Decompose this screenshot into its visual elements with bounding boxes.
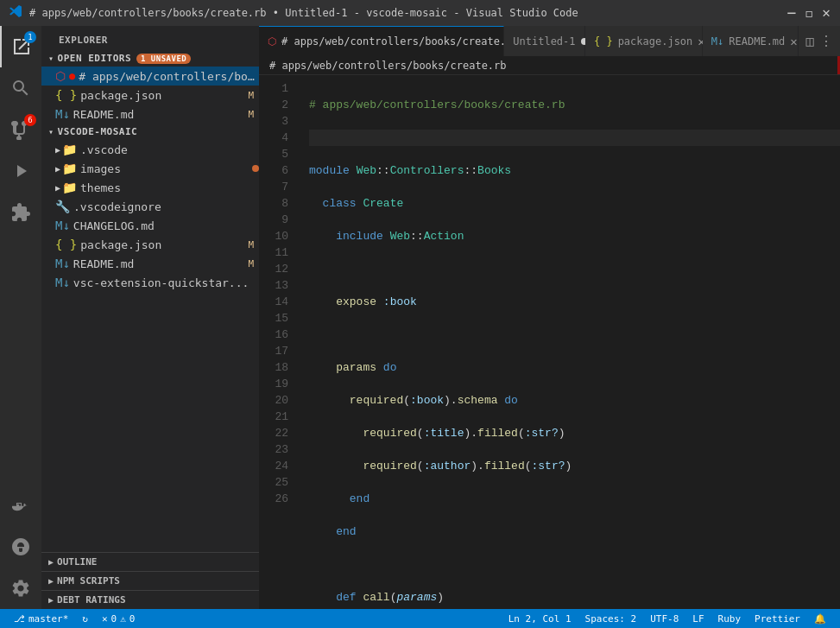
file-json-icon-2: { } [55,238,77,251]
main-container: 1 6 [0,26,840,609]
bell-status[interactable]: 🔔 [807,609,833,628]
tree-vsc-label: vsc-extension-quickstar... [73,276,259,289]
tree-item-vscodeignore[interactable]: 🔧 .vscodeignore [41,197,259,216]
debt-chevron: ▶ [48,595,54,605]
position-label: Ln 2, Col 1 [508,613,572,625]
maximize-button[interactable]: ◻ [804,8,814,18]
sidebar: Explorer ▾ Open Editors 1 UNSAVED ⬡ ● # … [41,26,259,609]
errors-count: 0 [111,613,117,625]
vscode-logo [9,4,22,22]
vscode-mosaic-section[interactable]: ▾ VSCODE-MOSAIC [41,124,259,140]
tree-item-images[interactable]: ▶ 📁 images [41,159,259,178]
debt-ratings-section: ▶ Debt Ratings [41,590,259,609]
tab-create-rb-label: # apps/web/controllers/books/create.rb [281,35,519,48]
tree-item-readme-md[interactable]: M↓ README.md M [41,254,259,273]
settings-activity-icon[interactable] [0,568,41,609]
title-bar: # apps/web/controllers/books/create.rb •… [0,0,840,26]
tab-readme-label: README.md [729,35,785,48]
open-editor-create-label: # apps/web/controllers/books/... [79,70,259,83]
tree-readme-label: README.md [73,257,249,270]
warning-icon: ⚠ [120,613,126,625]
tree-package-label: package.json [80,238,248,251]
file-md-icon-1: M↓ [55,107,70,121]
npm-scripts-label: NPM Scripts [57,575,120,587]
open-editor-item-readme[interactable]: M↓ README.md M [41,105,259,124]
tab-package-json[interactable]: { } package.json ✕ [585,26,703,56]
more-actions-icon[interactable]: ⋮ [819,33,833,49]
tree-item-package-json[interactable]: { } package.json M [41,235,259,254]
open-editors-section[interactable]: ▾ Open Editors 1 UNSAVED [41,50,259,67]
title-left: # apps/web/controllers/books/create.rb •… [9,4,578,22]
outline-section: ▶ Outline [41,552,259,571]
accounts-activity-icon[interactable] [0,526,41,568]
editor-content[interactable]: 1 2 3 4 5 6 7 8 9 10 11 12 13 14 15 16 1… [259,75,840,609]
tree-readme-m: M [248,258,254,270]
tab-readme-md[interactable]: M↓ README.md ✕ [703,26,799,56]
tree-item-vsc-extension[interactable]: M↓ vsc-extension-quickstar... [41,273,259,292]
tree-package-m: M [248,239,254,251]
run-activity-icon[interactable] [0,150,41,192]
npm-chevron: ▶ [48,576,54,586]
open-editor-item-package[interactable]: { } package.json M [41,86,259,105]
tab-actions: ◫ ⋮ [799,26,840,56]
git-branch-label: master* [28,613,68,625]
bell-icon: 🔔 [814,613,826,625]
folder-chevron-themes: ▶ [55,183,60,193]
tab-md-icon: M↓ [711,35,723,48]
folder-vscode-icon: 📁 [62,143,77,156]
tree-item-changelog[interactable]: M↓ CHANGELOG.md [41,216,259,235]
open-editors-chevron: ▾ [48,54,54,63]
file-vscodeignore-icon: 🔧 [55,200,70,213]
open-editor-readme-label: README.md [73,108,249,121]
errors-status[interactable]: ✕ 0 ⚠ 0 [95,609,142,628]
file-vsc-icon: M↓ [55,276,70,289]
split-editor-icon[interactable]: ◫ [805,33,814,49]
modified-dot: ● [69,70,75,82]
tree-images-label: images [80,162,249,175]
tab-untitled-1[interactable]: Untitled-1 [504,26,585,56]
tab-create-rb[interactable]: ⬡ # apps/web/controllers/books/create.rb… [259,26,504,56]
minimize-button[interactable]: − [786,8,797,18]
npm-scripts-header[interactable]: ▶ NPM Scripts [41,572,259,590]
git-branch-icon: ⎇ [14,613,25,625]
extensions-activity-icon[interactable] [0,192,41,233]
warnings-count: 0 [129,613,136,625]
close-button[interactable]: ✕ [821,8,831,18]
docker-activity-icon[interactable] [0,485,41,526]
git-branch-status[interactable]: ⎇ master* [7,609,75,628]
file-ruby-icon: ⬡ [55,69,66,83]
file-changelog-icon: M↓ [55,219,70,232]
code-area[interactable]: # apps/web/controllers/books/create.rb m… [302,75,840,609]
folder-images-icon: 📁 [62,162,77,175]
file-readme-icon: M↓ [55,257,70,270]
encoding-status[interactable]: UTF-8 [643,609,685,628]
sync-status[interactable]: ↻ [75,609,95,628]
images-modified-dot [252,165,259,172]
tree-vscodeignore-label: .vscodeignore [73,200,259,213]
tree-item-themes[interactable]: ▶ 📁 themes [41,178,259,197]
explorer-activity-icon[interactable]: 1 [0,26,41,67]
language-label: Ruby [718,613,742,625]
line-ending-label: LF [692,613,704,625]
tree-item-vscode[interactable]: ▶ 📁 .vscode [41,140,259,159]
position-status[interactable]: Ln 2, Col 1 [502,609,578,628]
debt-ratings-label: Debt Ratings [57,594,125,606]
debt-ratings-header[interactable]: ▶ Debt Ratings [41,591,259,609]
tab-bar: ⬡ # apps/web/controllers/books/create.rb… [259,26,840,56]
file-json-icon-1: { } [55,88,77,102]
line-ending-status[interactable]: LF [685,609,711,628]
source-control-activity-icon[interactable]: 6 [0,109,41,150]
formatter-status[interactable]: Prettier [748,609,807,628]
status-bar: ⎇ master* ↻ ✕ 0 ⚠ 0 Ln 2, Col 1 Spaces: … [0,609,840,628]
language-status[interactable]: Ruby [711,609,748,628]
tab-readme-close[interactable]: ✕ [790,35,797,48]
tab-ruby-icon: ⬡ [268,35,276,48]
encoding-label: UTF-8 [650,613,679,625]
spaces-status[interactable]: Spaces: 2 [578,609,644,628]
vscode-mosaic-label: VSCODE-MOSAIC [58,126,138,137]
outline-label: Outline [57,556,97,568]
open-editor-item-create[interactable]: ⬡ ● # apps/web/controllers/books/... [41,67,259,86]
search-activity-icon[interactable] [0,67,41,109]
npm-scripts-section: ▶ NPM Scripts [41,571,259,590]
outline-header[interactable]: ▶ Outline [41,553,259,571]
